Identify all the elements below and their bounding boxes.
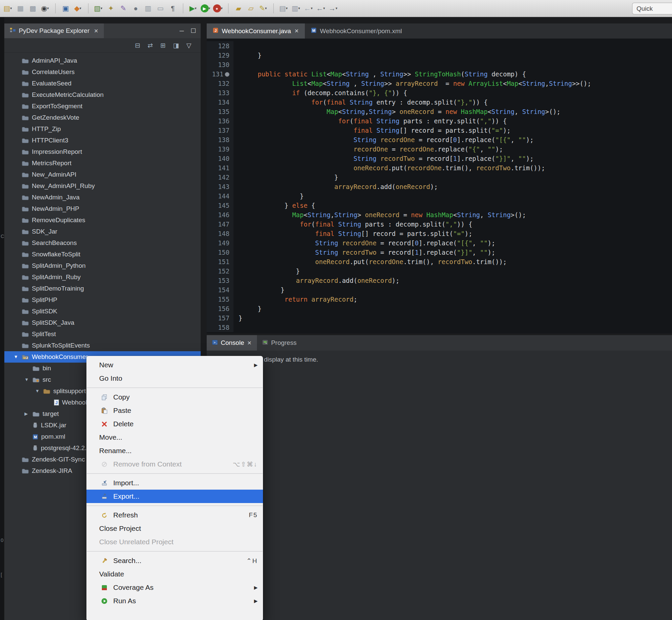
code-line[interactable]: 142 } — [207, 172, 672, 182]
dropdown-arrow-icon[interactable]: ▼ — [310, 7, 313, 10]
open-folder-icon[interactable]: ▱ — [245, 3, 256, 14]
tree-item-splunktosplitevents[interactable]: SplunkToSplitEvents — [4, 340, 201, 351]
tree-item-sdk-jar[interactable]: SDK_Jar — [4, 226, 201, 237]
tree-item-executemetriccalculation[interactable]: ExecuteMetricCalculation — [4, 89, 201, 101]
code-line[interactable]: 134 for(final String entry : decomp.spli… — [207, 98, 672, 107]
dropdown-arrow-icon[interactable]: ▼ — [335, 7, 338, 10]
tree-item-getzendeskvote[interactable]: GetZendeskVote — [4, 112, 201, 123]
expanded-arrow-icon[interactable]: ▼ — [35, 389, 40, 394]
menu-item-coverage-as[interactable]: Coverage As▶ — [87, 581, 263, 594]
tree-item-evaluateseed[interactable]: EvaluateSeed — [4, 78, 201, 89]
maven-build-icon[interactable]: ◆▼ — [73, 3, 83, 14]
bug-icon[interactable]: ● — [130, 3, 141, 14]
debug-icon[interactable]: ▶▼ — [188, 3, 199, 14]
save-icon[interactable]: ▦ — [15, 3, 26, 14]
minimize-icon[interactable]: ─ — [179, 28, 184, 35]
dropdown-arrow-icon[interactable]: ▼ — [264, 7, 267, 10]
tree-item-newadmin-php[interactable]: NewAdmin_PHP — [4, 203, 201, 214]
collapsed-arrow-icon[interactable]: ▶ — [24, 411, 28, 416]
compare-view-icon[interactable]: ▥ — [143, 3, 154, 14]
menu-item-go-into[interactable]: Go Into — [87, 372, 263, 385]
code-line[interactable]: 143 arrayRecord.add(oneRecord); — [207, 182, 672, 191]
tree-item-splitsdk-java[interactable]: SplitSDK_Java — [4, 317, 201, 328]
close-icon[interactable]: ✕ — [94, 28, 98, 34]
tab-webhookconsumer-pom-xml[interactable]: M WebhookConsumer/pom.xml — [305, 23, 408, 39]
code-line[interactable]: 131 public static List<Map<String , Stri… — [207, 69, 672, 79]
code-editor[interactable]: 128129 }130131 public static List<Map<St… — [207, 39, 672, 333]
collapse-all-icon[interactable]: ⊟ — [135, 42, 141, 49]
prev-edit-icon[interactable]: ←▼ — [303, 3, 314, 14]
code-line[interactable]: 145 } else { — [207, 201, 672, 210]
code-line[interactable]: 133 if (decomp.contains("}, {")) { — [207, 88, 672, 98]
open-project-icon[interactable]: ▰ — [233, 3, 244, 14]
tab-pydev-package-explorer[interactable]: PyDev Package Explorer ✕ — [4, 23, 104, 38]
quick-access-field[interactable]: Quick — [632, 3, 672, 14]
close-icon[interactable]: ✕ — [247, 340, 251, 346]
tree-item-new-adminapi[interactable]: New_AdminAPI — [4, 169, 201, 180]
tree-item-splittest[interactable]: SplitTest — [4, 328, 201, 340]
dropdown-arrow-icon[interactable]: ▼ — [79, 7, 82, 10]
code-line[interactable]: 150 String recordTwo = record[1].replace… — [207, 248, 672, 257]
tree-item-impressionreport[interactable]: ImpressionReport — [4, 146, 201, 157]
dropdown-arrow-icon[interactable]: ▼ — [47, 7, 50, 10]
external-tools-icon[interactable]: ●▼ — [213, 3, 223, 14]
code-line[interactable]: 137 final String[] record = parts.split(… — [207, 126, 672, 135]
dropdown-arrow-icon[interactable]: ▼ — [285, 7, 288, 10]
console-view-icon[interactable]: ▣ — [60, 3, 71, 14]
close-icon[interactable]: ✕ — [294, 28, 299, 34]
forward-icon[interactable]: →▼ — [328, 3, 339, 14]
dropdown-arrow-icon[interactable]: ▼ — [220, 7, 223, 10]
menu-item-import[interactable]: Import... — [87, 476, 263, 489]
menu-item-run-as[interactable]: Run As▶ — [87, 594, 263, 608]
save-all-icon[interactable]: ▩ — [27, 3, 38, 14]
tree-item-adminapi-java[interactable]: AdminAPI_Java — [4, 55, 201, 66]
tree-item-splitsdk[interactable]: SplitSDK — [4, 306, 201, 317]
new-package-icon[interactable]: ▧▼ — [93, 3, 104, 14]
code-line[interactable]: 148 final String[] record = parts.split(… — [207, 229, 672, 238]
dropdown-arrow-icon[interactable]: ▼ — [100, 7, 103, 10]
sort-view-icon[interactable]: ▤▼ — [278, 3, 289, 14]
code-line[interactable]: 132 List<Map<String , String>> arrayReco… — [207, 79, 672, 88]
expanded-arrow-icon[interactable]: ▼ — [14, 354, 18, 359]
menu-item-search[interactable]: Search...⌃H — [87, 554, 263, 567]
menu-item-close-project[interactable]: Close Project — [87, 522, 263, 535]
customize-view-icon[interactable]: ◨ — [173, 42, 179, 49]
back-icon[interactable]: ←▼ — [316, 3, 326, 14]
code-line[interactable]: 151 oneRecord.put(recordOne.trim(), reco… — [207, 257, 672, 266]
dropdown-arrow-icon[interactable]: ▼ — [208, 7, 211, 10]
code-line[interactable]: 157} — [207, 313, 672, 323]
dropdown-arrow-icon[interactable]: ▼ — [323, 7, 326, 10]
tab-webhookconsumer-java[interactable]: J WebhookConsumer.java ✕ — [207, 23, 305, 39]
pilcrow-icon[interactable]: ¶ — [168, 3, 178, 14]
code-line[interactable]: 139 recordOne = recordOne.replace("{", "… — [207, 145, 672, 154]
code-line[interactable]: 144 } — [207, 191, 672, 201]
layers-view-icon[interactable]: ▥▼ — [291, 3, 301, 14]
code-line[interactable]: 135 Map<String,String> oneRecord = new H… — [207, 107, 672, 116]
menu-item-paste[interactable]: Paste — [87, 404, 263, 417]
menu-item-rename[interactable]: Rename... — [87, 444, 263, 458]
tree-item-newadmin-java[interactable]: NewAdmin_Java — [4, 192, 201, 203]
tree-item-searchbeacons[interactable]: SearchBeacons — [4, 237, 201, 249]
code-line[interactable]: 149 String recordOne = record[0].replace… — [207, 238, 672, 248]
tree-item-splitdemotraining[interactable]: SplitDemoTraining — [4, 283, 201, 294]
menu-item-export[interactable]: Export... — [87, 489, 263, 503]
code-line[interactable]: 153 arrayRecord.add(oneRecord); — [207, 276, 672, 285]
code-line[interactable]: 147 for(final String parts : decomp.spli… — [207, 219, 672, 229]
code-line[interactable]: 128 — [207, 41, 672, 51]
menu-item-new[interactable]: New▶ — [87, 358, 263, 372]
tree-item-splitphp[interactable]: SplitPHP — [4, 294, 201, 306]
code-line[interactable]: 156 } — [207, 304, 672, 313]
menu-item-validate[interactable]: Validate — [87, 567, 263, 581]
menu-item-copy[interactable]: Copy — [87, 391, 263, 404]
tree-item-httpclient3[interactable]: HTTPClient3 — [4, 135, 201, 146]
dropdown-arrow-icon[interactable]: ▼ — [9, 7, 12, 10]
user-profile-icon[interactable]: ◉▼ — [40, 3, 51, 14]
tree-item-metricsreport[interactable]: MetricsReport — [4, 157, 201, 169]
tree-item-snowflaketosplit[interactable]: SnowflakeToSplit — [4, 249, 201, 260]
code-line[interactable]: 146 Map<String,String> oneRecord = new H… — [207, 210, 672, 219]
code-line[interactable]: 155 return arrayRecord; — [207, 295, 672, 304]
tree-item-new-adminapi-ruby[interactable]: New_AdminAPI_Ruby — [4, 180, 201, 192]
tree-item-http-zip[interactable]: HTTP_Zip — [4, 123, 201, 135]
link-with-editor-icon[interactable]: ⇄ — [148, 42, 153, 49]
view-menu-icon[interactable]: ▽ — [186, 42, 191, 49]
